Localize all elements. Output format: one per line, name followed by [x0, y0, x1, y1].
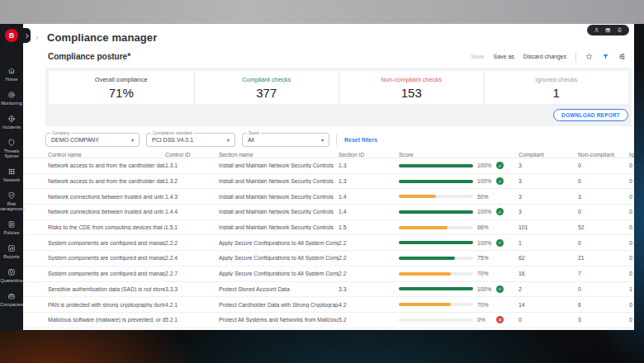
- score-select-value: All: [248, 137, 254, 143]
- cell-ignored: 0: [629, 194, 634, 200]
- cell-control-name: Network access to and from the cardholde…: [48, 163, 165, 168]
- save-as-button[interactable]: Save as: [494, 54, 514, 59]
- compliance-standard-select[interactable]: Compliance standard PCI DSS V4.0.1 ▾: [146, 133, 235, 147]
- score-bar-fill: [399, 210, 473, 214]
- sidebar-item-risk-management[interactable]: Risk management: [0, 191, 23, 211]
- check-circle-icon: ✓: [496, 208, 504, 215]
- sidebar-expand-tab[interactable]: [23, 28, 31, 43]
- table-row[interactable]: System components are configured and man…: [23, 251, 634, 266]
- threats-xplorer-icon: [7, 139, 16, 147]
- cell-non-compliant: 0: [578, 163, 629, 168]
- cell-compliant: 101: [519, 224, 578, 230]
- table-body: Network access to and from the cardholde…: [23, 158, 634, 330]
- cell-section-name: Install and Maintain Network Security Co…: [219, 163, 339, 168]
- sidebar-item-reports[interactable]: Reports: [0, 244, 23, 259]
- column-header-compliant[interactable]: Compliant: [519, 152, 578, 158]
- company-select[interactable]: Company DEMO COMPANY ▾: [45, 133, 140, 147]
- cell-ignored: 0: [629, 240, 634, 246]
- cell-ignored: 0: [629, 271, 634, 276]
- table-row[interactable]: Network connections between trusted and …: [23, 189, 634, 205]
- cell-score: 75%: [399, 255, 519, 261]
- home-icon: [7, 67, 16, 75]
- sidebar-item-home[interactable]: Home: [0, 67, 23, 82]
- table-row[interactable]: Risks to the CDE from computing devices …: [23, 220, 634, 236]
- table-row[interactable]: Network access to and from the cardholde…: [23, 158, 634, 174]
- filter-icon[interactable]: [602, 53, 609, 60]
- column-header-section-id[interactable]: Section ID: [339, 152, 399, 158]
- gift-icon[interactable]: [605, 27, 611, 33]
- sidebar-item-quarantine[interactable]: Quarantine: [0, 268, 23, 283]
- stat-card-ignored-checks: Ignored checks1: [484, 71, 629, 104]
- column-header-score[interactable]: Score: [399, 152, 519, 158]
- chevron-right-icon: [23, 32, 31, 40]
- cell-score: 100%✓: [399, 177, 519, 185]
- cell-control-name: PAN is protected with strong cryptograph…: [48, 302, 165, 308]
- table-row[interactable]: Sensitive authentication data (SAD) is n…: [23, 282, 634, 298]
- cell-non-compliant: 0: [578, 209, 629, 214]
- sidebar-item-label: Network: [3, 177, 20, 182]
- cell-section-name: Install and Maintain Network Security Co…: [219, 224, 339, 230]
- cell-ignored: 0: [629, 209, 634, 214]
- table-row[interactable]: Network connections between trusted and …: [23, 205, 634, 220]
- bell-icon[interactable]: [617, 27, 623, 33]
- sidebar-item-label: Policies: [4, 230, 20, 235]
- column-header-control-id[interactable]: Control ID: [165, 152, 219, 158]
- reset-filters-link[interactable]: Reset filters: [344, 137, 377, 143]
- sidebar-item-label: Incidents: [2, 125, 21, 130]
- score-bar-fill: [399, 257, 455, 260]
- score-bar: [399, 272, 473, 276]
- star-icon[interactable]: [585, 53, 593, 60]
- download-report-button[interactable]: DOWNLOAD REPORT: [553, 109, 628, 121]
- column-header-non-compliant[interactable]: Non-compliant: [578, 152, 629, 158]
- table-header-row: Control nameControl IDSection nameSectio…: [23, 152, 634, 158]
- cell-section-id: 1.3: [339, 163, 399, 168]
- table-row[interactable]: Malicious software (malware) is prevente…: [23, 313, 634, 328]
- sidebar-item-policies[interactable]: Policies: [0, 220, 23, 235]
- table-row[interactable]: Malicious software (malware) is prevente…: [23, 328, 634, 330]
- table-row[interactable]: System components are configured and man…: [23, 266, 634, 282]
- chevron-right-icon[interactable]: [35, 35, 40, 40]
- score-percent: 100%: [477, 286, 492, 292]
- cell-control-id: 2.2.2: [165, 240, 219, 246]
- policies-icon: [7, 220, 16, 229]
- sidebar-item-monitoring[interactable]: Monitoring: [0, 91, 23, 106]
- table-row[interactable]: PAN is protected with strong cryptograph…: [23, 297, 634, 313]
- table-row[interactable]: Network access to and from the cardholde…: [23, 174, 634, 190]
- column-header-control-name[interactable]: Control name: [48, 152, 165, 158]
- column-header-section-name[interactable]: Section name: [219, 152, 339, 158]
- score-bar: [399, 164, 473, 167]
- cell-compliant: 14: [519, 302, 578, 308]
- score-bar: [399, 180, 473, 183]
- sidebar-item-network[interactable]: Network: [0, 167, 23, 182]
- cell-control-id: 3.3.3: [165, 286, 219, 292]
- stat-label: Ignored checks: [535, 76, 577, 83]
- save-button[interactable]: Save: [471, 54, 485, 59]
- desktop-wallpaper-top: [0, 0, 644, 24]
- table-row[interactable]: System components are configured and man…: [23, 235, 634, 251]
- score-bar-fill: [399, 226, 447, 229]
- column-header-ignored[interactable]: Ignored: [629, 152, 634, 158]
- cell-section-id: 5.2: [339, 317, 399, 323]
- cell-section-name: Install and Maintain Network Security Co…: [219, 209, 339, 214]
- posture-panel: Overall compliance71%Compliant checks377…: [45, 68, 632, 126]
- cell-section-id: 3.3: [339, 286, 399, 292]
- user-icon[interactable]: [594, 27, 599, 33]
- score-percent: 66%: [477, 224, 492, 230]
- cell-control-name: Network access to and from the cardholde…: [48, 178, 165, 184]
- score-bar-fill: [399, 195, 436, 198]
- posture-title: Compliance posture*: [48, 52, 130, 61]
- score-select[interactable]: Score All ▾: [242, 133, 329, 147]
- chevron-down-icon: ▾: [321, 137, 324, 143]
- sidebar-item-incidents[interactable]: Incidents: [0, 115, 23, 130]
- user-icon: [594, 27, 599, 33]
- tune-icon[interactable]: [618, 53, 626, 60]
- cell-control-id: 2.2.4: [165, 255, 219, 261]
- score-percent: 75%: [477, 255, 492, 261]
- cell-control-id: 5.2.1: [165, 317, 219, 323]
- sidebar-item-companies[interactable]: Companies: [0, 292, 23, 307]
- sidebar-item-threats-xplorer[interactable]: Threats Xplorer: [0, 139, 23, 158]
- brand-logo: B: [5, 29, 18, 42]
- discard-changes-button[interactable]: Discard changes: [523, 54, 566, 59]
- cell-control-name: Sensitive authentication data (SAD) is n…: [48, 286, 165, 292]
- sidebar-item-label: Quarantine: [0, 278, 22, 283]
